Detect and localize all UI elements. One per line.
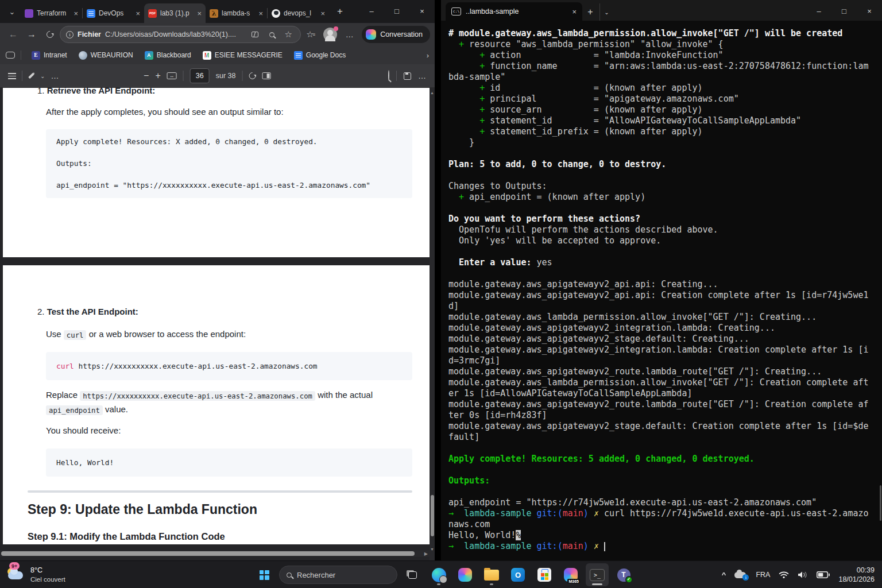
tray-overflow-chevron[interactable]: ^: [722, 571, 726, 578]
taskbar-m365-copilot[interactable]: M365: [559, 563, 582, 586]
address-bar[interactable]: i Fichier C:/Users/oisas/Downloads/lab3%…: [60, 26, 301, 43]
tab-label: devops_l: [284, 9, 318, 17]
tab-close-icon[interactable]: ×: [572, 7, 577, 16]
bookmarks-overflow-chevron[interactable]: ›: [427, 51, 429, 60]
start-button[interactable]: [253, 563, 276, 586]
volume-icon[interactable]: [798, 571, 808, 579]
paragraph: You should receive:: [46, 425, 121, 435]
tab-close-icon[interactable]: ×: [197, 9, 202, 18]
taskbar-search[interactable]: Rechercher: [279, 566, 397, 584]
terminal-line: module.gateway.aws_apigatewayv2_route.la…: [448, 366, 882, 377]
terminal-line: ter 0s [id=rh4z83f]: [448, 410, 882, 421]
terminal-line: + statement_id = "AllowAPIGatewayToCallS…: [448, 115, 882, 126]
terminal-title-bar: c:\ ..lambda-sample × + ⌄ – □ ×: [441, 0, 882, 21]
tab-close-icon[interactable]: ×: [258, 9, 263, 18]
page-view-icon[interactable]: [262, 72, 271, 79]
close-button[interactable]: ×: [409, 0, 435, 22]
page-total-label: sur 38: [216, 72, 236, 80]
back-button[interactable]: ←: [5, 26, 22, 43]
tab-search-button[interactable]: ⌄: [3, 3, 21, 20]
task-view-button[interactable]: [401, 563, 424, 586]
tab-devops[interactable]: DevOps ×: [83, 3, 144, 23]
fit-to-width-icon[interactable]: ↔: [167, 72, 177, 79]
maximize-button[interactable]: □: [831, 0, 857, 22]
bookmark-webaurion[interactable]: WEBAURION: [74, 49, 138, 61]
info-icon[interactable]: i: [66, 31, 74, 38]
taskbar: 9+ 8°C Ciel couvert Rechercher O M365 >_: [0, 560, 882, 588]
bookmarks-bar: E Intranet WEBAURION A Blackboard M ESIE…: [0, 46, 435, 64]
taskbar-edge[interactable]: [427, 563, 450, 586]
scroll-up-arrow[interactable]: ▲: [430, 91, 435, 95]
taskbar-teams[interactable]: T✓: [612, 563, 635, 586]
rotate-icon[interactable]: [247, 71, 257, 81]
wifi-icon[interactable]: [779, 571, 789, 579]
close-button[interactable]: ×: [857, 0, 882, 22]
clock[interactable]: 00:39 18/01/2026: [838, 566, 875, 584]
tab-close-icon[interactable]: ×: [136, 9, 140, 18]
tab-lambda[interactable]: λ lambda-s ×: [206, 3, 267, 23]
url-text[interactable]: C:/Users/oisas/Downloads/lab3%20(1)....: [105, 30, 245, 38]
taskbar-file-explorer[interactable]: [480, 563, 503, 586]
bookmark-google-docs[interactable]: Google Docs: [289, 49, 350, 61]
terminal-scrollbar[interactable]: [880, 485, 881, 521]
copilot-conversation-button[interactable]: Conversation: [362, 26, 430, 43]
pdf-more-icon[interactable]: …: [418, 71, 427, 80]
terminal-output[interactable]: # module.gateway.aws_lambda_permission.a…: [441, 21, 882, 560]
taskbar-windows-terminal-active[interactable]: >_: [586, 563, 609, 586]
annotation-more-icon[interactable]: …: [51, 71, 59, 80]
table-of-contents-icon[interactable]: [8, 73, 16, 79]
onedrive-icon[interactable]: i: [734, 571, 747, 579]
terminal-window: c:\ ..lambda-sample × + ⌄ – □ × # module…: [441, 0, 882, 560]
taskbar-copilot[interactable]: [454, 563, 477, 586]
scrollbar-thumb[interactable]: [431, 495, 434, 536]
tab-terraform[interactable]: Terraform ×: [21, 3, 82, 23]
bookmark-esiee-messagerie[interactable]: M ESIEE MESSAGERIE: [198, 49, 287, 61]
terminal-tab[interactable]: c:\ ..lambda-sample ×: [446, 2, 582, 21]
profile-avatar[interactable]: [320, 26, 340, 43]
tab-close-icon[interactable]: ×: [74, 9, 78, 18]
new-tab-button[interactable]: +: [331, 3, 349, 20]
chevron-down-icon[interactable]: ⌄: [40, 73, 45, 79]
save-icon[interactable]: [404, 72, 411, 80]
vertical-scrollbar[interactable]: ▲ ▼: [430, 87, 435, 560]
weather-widget[interactable]: 9+ 8°C Ciel couvert: [6, 561, 65, 588]
page-number-input[interactable]: 36: [190, 68, 210, 83]
scroll-down-arrow[interactable]: ▼: [430, 547, 435, 551]
browser-more-menu[interactable]: …: [341, 26, 358, 43]
maximize-button[interactable]: □: [384, 0, 409, 22]
tab-close-icon[interactable]: ×: [320, 9, 325, 18]
tab-label: lambda-s: [222, 9, 256, 17]
refresh-button[interactable]: [41, 26, 59, 43]
forward-button[interactable]: →: [23, 26, 40, 43]
taskbar-microsoft-store[interactable]: [533, 563, 556, 586]
terminal-dropdown-chevron[interactable]: ⌄: [599, 3, 613, 21]
terminal-line: module.gateway.aws_apigatewayv2_api.api:…: [448, 290, 882, 301]
split-screen-icon[interactable]: [249, 28, 261, 41]
minimize-button[interactable]: –: [806, 0, 831, 22]
zoom-in-button[interactable]: +: [155, 71, 160, 81]
search-document-icon[interactable]: [388, 71, 389, 81]
inline-code: api_endpoint: [46, 405, 103, 415]
taskbar-outlook[interactable]: O: [506, 563, 529, 586]
zoom-out-icon[interactable]: [265, 28, 278, 41]
horizontal-scrollbar[interactable]: ▶: [0, 550, 430, 557]
tab-lab3-pdf-active[interactable]: PDF lab3 (1).p ×: [144, 3, 206, 23]
zoom-out-button[interactable]: −: [144, 71, 149, 81]
minimize-button[interactable]: –: [359, 0, 384, 22]
terminal-cursor: [604, 542, 606, 551]
bookmark-intranet[interactable]: E Intranet: [27, 49, 72, 61]
terminal-line: Changes to Outputs:: [448, 181, 882, 192]
scrollbar-thumb[interactable]: [1, 551, 415, 556]
language-indicator[interactable]: FRA: [756, 571, 770, 579]
bookmark-blackboard[interactable]: A Blackboard: [140, 49, 196, 61]
scroll-right-arrow[interactable]: ▶: [424, 551, 428, 556]
time: 00:39: [838, 566, 875, 575]
highlighter-pen-icon[interactable]: [28, 73, 34, 79]
tab-github-devops[interactable]: devops_l ×: [268, 3, 329, 23]
pdf-viewer: 1. Retrieve the API Endpoint: After the …: [0, 87, 435, 560]
new-terminal-tab-button[interactable]: +: [582, 3, 598, 21]
collections-icon[interactable]: ☆≡: [302, 26, 319, 43]
sidebar-icon[interactable]: [6, 52, 15, 59]
favorite-star-icon[interactable]: ☆: [282, 28, 295, 41]
battery-icon[interactable]: [817, 571, 830, 578]
